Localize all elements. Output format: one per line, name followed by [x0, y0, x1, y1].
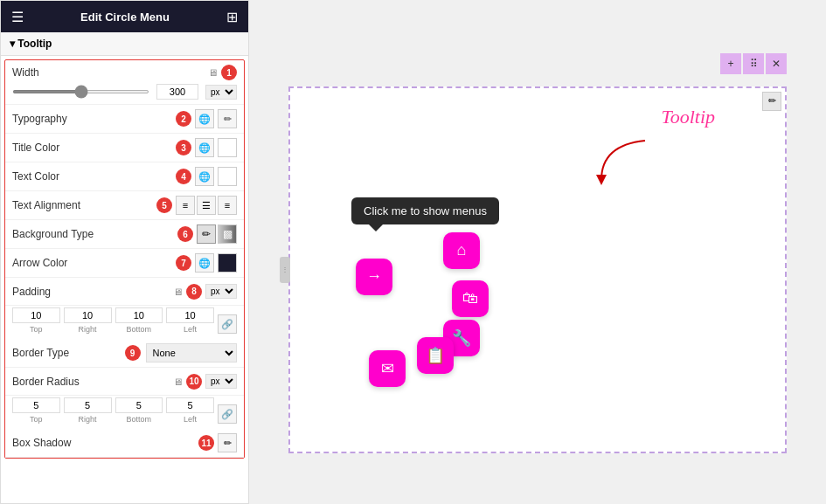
arrow-color-row: Arrow Color 7 🌐 — [5, 249, 244, 278]
arrow-color-controls: 7 🌐 — [176, 253, 237, 273]
box-shadow-badge: 11 — [198, 435, 214, 451]
text-color-badge: 4 — [176, 169, 191, 184]
background-type-badge: 6 — [177, 226, 193, 242]
tooltip-bubble: Click me to show menus — [351, 197, 499, 224]
panel-title: Edit Circle Menu — [80, 10, 170, 24]
text-alignment-label: Text Alignment — [12, 199, 156, 211]
align-left-btn[interactable]: ≡ — [176, 196, 195, 215]
border-radius-unit-select[interactable]: px% — [205, 374, 237, 389]
typography-label: Typography — [12, 113, 176, 125]
align-buttons: ≡ ☰ ≡ — [176, 196, 237, 215]
typography-edit-btn[interactable]: ✏ — [218, 109, 237, 128]
border-type-select[interactable]: None Solid Dashed Dotted Double — [146, 343, 238, 362]
menu-item-1[interactable]: → — [356, 259, 392, 295]
resize-handle[interactable]: ⋮ — [280, 257, 290, 283]
typography-badge: 2 — [176, 111, 191, 127]
monitor-icon: 🖥 — [208, 67, 218, 78]
padding-inputs-row: Top Right Bottom Left 🔗 — [5, 306, 244, 339]
box-shadow-controls: 11 ✏ — [198, 433, 237, 452]
tooltip-bubble-text: Click me to show menus — [364, 204, 487, 217]
arrow-color-label: Arrow Color — [12, 257, 176, 269]
arrow-color-swatch[interactable] — [218, 253, 237, 273]
arrow-color-globe-btn[interactable]: 🌐 — [195, 253, 214, 273]
padding-left-input[interactable] — [166, 307, 214, 323]
border-radius-badge: 10 — [186, 374, 202, 390]
widget-add-btn[interactable]: + — [720, 53, 741, 74]
edit-icon-corner[interactable]: ✏ — [762, 92, 781, 111]
padding-top-input[interactable] — [12, 307, 60, 323]
tooltip-section: Width 🖥 1 300 px% Typography 2 🌐 ✏ — [4, 59, 245, 459]
text-color-globe-btn[interactable]: 🌐 — [195, 167, 214, 186]
width-slider[interactable] — [12, 90, 149, 93]
padding-bottom-label: Bottom — [127, 325, 152, 334]
hamburger-icon[interactable]: ☰ — [11, 9, 24, 25]
menu-item-2[interactable]: ⌂ — [443, 232, 480, 269]
align-right-btn[interactable]: ≡ — [218, 196, 237, 215]
padding-link-btn[interactable]: 🔗 — [218, 314, 237, 334]
padding-right-label: Right — [79, 325, 97, 334]
text-alignment-controls: 5 ≡ ☰ ≡ — [156, 196, 237, 215]
left-panel: ☰ Edit Circle Menu ⊞ ▾ Tooltip Width 🖥 1… — [0, 0, 249, 504]
border-type-badge: 9 — [125, 345, 141, 361]
text-color-swatch[interactable] — [218, 167, 237, 186]
widget-close-btn[interactable]: ✕ — [766, 53, 787, 74]
br-right-input[interactable] — [64, 397, 112, 413]
border-radius-monitor-icon: 🖥 — [173, 376, 183, 387]
br-right-label: Right — [79, 415, 97, 424]
title-color-globe-btn[interactable]: 🌐 — [195, 138, 214, 157]
background-type-controls: 6 ✏ ▩ — [177, 224, 237, 244]
br-top-box: Top — [12, 397, 60, 424]
border-type-controls: 9 None Solid Dashed Dotted Double — [125, 343, 238, 362]
width-label: Width — [12, 66, 208, 79]
border-type-row: Border Type 9 None Solid Dashed Dotted D… — [5, 339, 244, 368]
menu-item-6[interactable]: 📋 — [417, 337, 454, 374]
padding-controls: 🖥 8 px% — [173, 284, 237, 300]
padding-right-input[interactable] — [64, 307, 112, 323]
br-top-input[interactable] — [12, 397, 60, 413]
menu-item-3[interactable]: 🛍 — [452, 280, 489, 317]
width-input[interactable]: 300 — [156, 84, 198, 100]
padding-badge: 8 — [186, 284, 202, 300]
bg-type-buttons: ✏ ▩ — [197, 224, 237, 244]
typography-globe-btn[interactable]: 🌐 — [195, 109, 214, 128]
border-radius-inputs-row: Top Right Bottom Left 🔗 — [5, 396, 244, 429]
br-top-label: Top — [30, 415, 43, 424]
border-radius-controls: 🖥 10 px% — [173, 374, 237, 390]
br-bottom-input[interactable] — [115, 397, 163, 413]
title-color-label: Title Color — [12, 142, 176, 154]
br-left-input[interactable] — [166, 397, 214, 413]
preview-widget: ⋮ ✏ Tooltip Click me to show menus — [288, 86, 787, 453]
width-row-top: Width 🖥 1 — [12, 65, 237, 80]
padding-top-label: Top — [30, 325, 43, 334]
border-type-label: Border Type — [12, 347, 125, 359]
padding-left-label: Left — [184, 325, 197, 334]
text-color-label: Text Color — [12, 170, 176, 183]
width-unit-select[interactable]: px% — [205, 85, 237, 100]
title-color-swatch[interactable] — [218, 138, 237, 157]
padding-unit-select[interactable]: px% — [205, 284, 237, 299]
padding-bottom-box: Bottom — [115, 307, 163, 334]
padding-bottom-input[interactable] — [115, 307, 163, 323]
border-radius-label: Border Radius — [12, 376, 173, 388]
widget-top-controls: + ⠿ ✕ — [720, 53, 787, 74]
menu-item-5[interactable]: ✉ — [369, 350, 406, 387]
bg-gradient-btn[interactable]: ▩ — [218, 224, 237, 244]
background-type-row: Background Type 6 ✏ ▩ — [5, 220, 244, 249]
preview-wrapper: + ⠿ ✕ ⋮ ✏ Tooltip — [288, 78, 787, 453]
br-right-box: Right — [64, 397, 112, 424]
text-color-controls: 4 🌐 — [176, 167, 237, 186]
text-alignment-row: Text Alignment 5 ≡ ☰ ≡ — [5, 191, 244, 220]
bg-classic-btn[interactable]: ✏ — [197, 224, 216, 244]
panel-body: ▾ Tooltip Width 🖥 1 300 px% Typography — [1, 32, 248, 503]
box-shadow-edit-btn[interactable]: ✏ — [218, 433, 237, 452]
typography-row: Typography 2 🌐 ✏ — [5, 105, 244, 134]
align-center-btn[interactable]: ☰ — [197, 196, 216, 215]
width-badge: 1 — [221, 65, 237, 80]
br-link-btn[interactable]: 🔗 — [218, 404, 237, 424]
title-color-row: Title Color 3 🌐 — [5, 134, 244, 162]
padding-right-box: Right — [64, 307, 112, 334]
grid-icon[interactable]: ⊞ — [226, 9, 238, 25]
widget-move-btn[interactable]: ⠿ — [743, 53, 764, 74]
box-shadow-row: Box Shadow 11 ✏ — [5, 429, 244, 458]
title-color-controls: 3 🌐 — [176, 138, 237, 157]
